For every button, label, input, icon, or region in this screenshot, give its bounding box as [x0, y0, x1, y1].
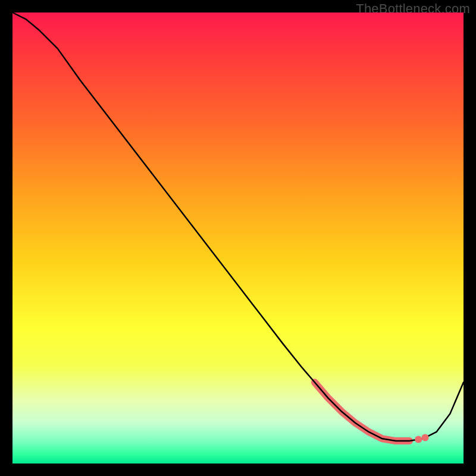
optimal-range-band — [315, 383, 409, 441]
bottleneck-curve — [12, 12, 464, 441]
highlight-dots — [415, 434, 428, 443]
highlight-dot — [422, 434, 429, 441]
chart-stage: TheBottleneck.com — [0, 0, 476, 476]
plot-area — [12, 12, 464, 464]
curve-layer — [12, 12, 464, 464]
highlight-dot — [415, 436, 422, 443]
